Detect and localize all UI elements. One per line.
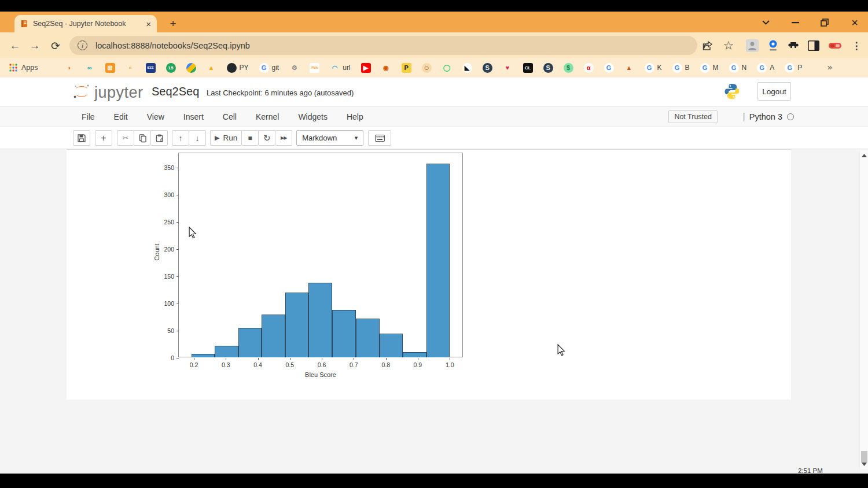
bookmarks-overflow-icon[interactable]: »	[827, 62, 832, 72]
new-tab-button[interactable]: +	[165, 16, 181, 31]
menu-item-kernel[interactable]: Kernel	[256, 112, 279, 121]
trust-status-badge[interactable]: Not Trusted	[668, 110, 718, 123]
bookmark-item[interactable]: GA	[757, 63, 774, 73]
copy-cell-button[interactable]	[134, 130, 151, 146]
bookmark-favicon: ▲	[624, 63, 634, 73]
y-axis-label: Count	[153, 243, 160, 260]
menu-item-edit[interactable]: Edit	[114, 112, 128, 121]
bookmark-item[interactable]: ◠url	[330, 63, 350, 73]
back-icon[interactable]: ←	[8, 39, 22, 53]
bookmark-favicon: IEEE	[146, 63, 156, 73]
scroll-up-icon[interactable]	[860, 151, 868, 160]
browser-tab[interactable]: Seq2Seq - Jupyter Notebook ×	[14, 15, 157, 32]
chevron-down-icon[interactable]	[757, 16, 774, 29]
url-bar[interactable]: i localhost:8888/notebooks/Seq2Seq.ipynb	[69, 36, 697, 55]
bookmark-item[interactable]: GN	[729, 63, 747, 73]
histogram-bar	[215, 346, 238, 357]
command-palette-button[interactable]	[368, 130, 391, 146]
site-info-icon[interactable]: i	[78, 40, 87, 50]
bookmark-label: url	[343, 64, 350, 72]
move-cell-down-button[interactable]: ↓	[189, 130, 206, 146]
bookmark-item[interactable]: ılı	[126, 63, 135, 73]
paste-cell-button[interactable]	[150, 130, 168, 146]
location-pin-icon[interactable]	[766, 39, 780, 53]
bookmark-item[interactable]: GB	[672, 63, 690, 73]
bookmark-item[interactable]: CL	[523, 63, 533, 73]
restart-run-all-button[interactable]: ▶▶	[275, 130, 292, 146]
bookmark-item[interactable]: ◉	[381, 63, 391, 73]
interrupt-kernel-button[interactable]: ■	[241, 130, 259, 146]
bookmark-item[interactable]: ☺	[422, 63, 432, 73]
bookmark-item[interactable]: ▶	[361, 63, 371, 73]
profile-icon[interactable]	[745, 39, 759, 53]
bookmark-item[interactable]: PY	[227, 63, 249, 73]
tab-close-icon[interactable]: ×	[146, 19, 151, 29]
x-tick-label: 1.0	[440, 361, 459, 368]
plus-icon: +	[101, 133, 106, 143]
bookmark-item[interactable]: ⚙	[289, 63, 299, 73]
notebook-title[interactable]: Seq2Seq	[152, 85, 199, 98]
bookmark-favicon: PMA	[310, 63, 319, 73]
logout-button[interactable]: Logout	[757, 82, 791, 101]
bookmark-item[interactable]: IEEE	[146, 63, 156, 73]
bookmark-item[interactable]: ◣	[462, 63, 472, 73]
bookmark-item[interactable]: S	[483, 63, 492, 73]
add-cell-button[interactable]: +	[95, 130, 112, 146]
bookmark-star-icon[interactable]: ☆	[722, 39, 735, 53]
cell-type-select[interactable]: Markdown ▾	[296, 130, 363, 146]
forward-icon[interactable]: →	[28, 39, 42, 53]
bookmark-item[interactable]	[186, 63, 196, 73]
bookmark-list: ◗∞⊞ılıIEEE15▲PYGgit⚙PMA◠url▶◉P☺◯◣S♥CLS$α…	[65, 63, 813, 73]
stop-icon: ■	[248, 134, 252, 142]
bookmark-item[interactable]: ⊞	[105, 63, 115, 73]
bookmark-item[interactable]: ♥	[503, 63, 513, 73]
menu-item-cell[interactable]: Cell	[223, 112, 237, 121]
mouse-cursor-2	[557, 345, 566, 358]
menu-item-insert[interactable]: Insert	[183, 112, 204, 121]
bookmark-item[interactable]: PMA	[310, 63, 319, 73]
bookmark-item[interactable]: α	[584, 63, 594, 73]
bookmark-item[interactable]: 15	[166, 63, 176, 73]
y-tick	[176, 358, 179, 358]
url-text[interactable]: localhost:8888/notebooks/Seq2Seq.ipynb	[95, 41, 250, 50]
bookmark-item[interactable]: P	[402, 63, 411, 73]
restore-button[interactable]	[816, 16, 833, 29]
bookmark-item[interactable]: GP	[785, 63, 802, 73]
refresh-icon[interactable]: ⟳	[49, 39, 62, 53]
bookmark-item[interactable]: ∞	[85, 63, 95, 73]
side-panel-icon[interactable]	[807, 39, 821, 53]
kebab-menu-icon[interactable]: ⋮	[849, 39, 863, 53]
paste-icon	[156, 134, 163, 142]
cut-cell-button[interactable]: ✂	[117, 130, 134, 146]
menu-item-view[interactable]: View	[147, 112, 164, 121]
apps-button[interactable]: Apps	[9, 64, 38, 72]
bookmark-favicon: ∞	[85, 63, 95, 73]
share-icon[interactable]	[701, 39, 715, 53]
bookmark-item[interactable]: ◯	[442, 63, 452, 73]
save-button[interactable]	[73, 130, 90, 146]
menu-item-file[interactable]: File	[82, 112, 95, 121]
scissors-icon: ✂	[123, 134, 129, 142]
vertical-scrollbar[interactable]	[859, 150, 868, 469]
scroll-down-icon[interactable]	[860, 460, 868, 468]
bookmark-item[interactable]: ▲	[624, 63, 634, 73]
bookmark-item[interactable]: GK	[645, 63, 662, 73]
bookmark-item[interactable]: ◗	[65, 63, 75, 73]
restart-kernel-button[interactable]: ↻	[258, 130, 275, 146]
bookmark-item[interactable]: G	[604, 63, 614, 73]
bookmark-item[interactable]: GM	[700, 63, 719, 73]
bookmark-item[interactable]: Ggit	[259, 63, 279, 73]
menu-item-widgets[interactable]: Widgets	[298, 112, 328, 121]
jupyter-logo[interactable]: jupyter	[72, 82, 144, 101]
minimize-button[interactable]	[786, 16, 804, 29]
x-tick-label: 0.8	[376, 361, 396, 368]
bookmark-item[interactable]: $	[564, 63, 573, 73]
colored-extension-icon[interactable]	[828, 39, 842, 53]
move-cell-up-button[interactable]: ↑	[172, 130, 189, 146]
bookmark-item[interactable]: ▲	[207, 63, 216, 73]
run-cell-button[interactable]: ▶ Run	[210, 130, 242, 146]
extensions-puzzle-icon[interactable]	[787, 39, 801, 53]
menu-item-help[interactable]: Help	[347, 112, 363, 121]
close-button[interactable]: ×	[846, 16, 863, 29]
bookmark-item[interactable]: S	[543, 63, 553, 73]
